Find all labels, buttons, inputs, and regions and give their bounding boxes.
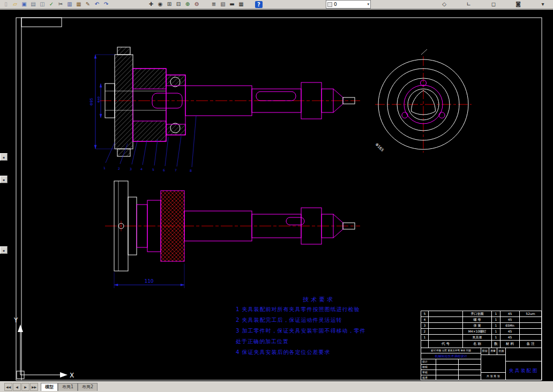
bom-note: [520, 323, 541, 328]
notes-title: 技术要求: [236, 296, 402, 304]
tool-glyph-icon: ▦: [238, 2, 243, 7]
tool-glyph-icon: ⊕: [185, 2, 190, 7]
signature-row: 设计: [421, 359, 481, 365]
bom-qty: 1: [492, 323, 500, 328]
copy-button[interactable]: ▥: [65, 1, 74, 9]
bom-header-row: 代 号 名 称 数 材 料 备 注: [421, 341, 541, 348]
tool-glyph-icon: ↶: [95, 2, 99, 7]
svg-text:2: 2: [118, 167, 120, 170]
view-section-assembly[interactable]: 110: [105, 181, 360, 288]
zoom-out-button[interactable]: ⊖: [192, 1, 201, 9]
note-line: 4 保证夹具安装后的各定位公差要求: [236, 347, 402, 358]
tab-nav-prev-button[interactable]: ◀: [13, 383, 21, 391]
table-button[interactable]: ▦: [237, 1, 245, 9]
tool-glyph-icon: ◫: [40, 2, 44, 7]
tool-glyph-icon: ▯: [4, 2, 8, 7]
zoom-in-button[interactable]: ⊕: [183, 1, 192, 9]
bom-name: 夹具体: [463, 335, 492, 340]
toolbar-overflow-button[interactable]: ▾: [539, 1, 547, 9]
plot-button[interactable]: ▤: [29, 1, 38, 9]
dim-spigot-label: Φ40: [97, 96, 100, 103]
scale-label: 比例: [497, 348, 505, 355]
undo-button[interactable]: ↶: [93, 1, 101, 9]
tool-glyph-icon: ↷: [104, 2, 108, 7]
note-line: 1 夹具装配前对所有夹具零件按照图纸进行检验: [236, 304, 402, 315]
paste-button[interactable]: ▦: [74, 1, 83, 9]
signature-header: 标记 处数 分区 更改文件号 签名 日期: [421, 348, 481, 353]
cad-application-window: { "window": { "chrome_bg": "#d6d3ce", "c…: [0, 0, 553, 392]
bom-no: 4: [421, 317, 429, 322]
ucs-button[interactable]: ∟: [465, 1, 473, 9]
layers-button[interactable]: ≣: [210, 1, 218, 9]
layout-tab[interactable]: 模型: [41, 383, 58, 391]
date-cell: [459, 359, 481, 364]
new-file-button[interactable]: ▯: [2, 1, 10, 9]
title-block: 5 开口垫圈 1 45 52um 4 螺 母 1 45: [421, 311, 542, 380]
tool-glyph-icon: ▤: [31, 2, 35, 7]
help-button[interactable]: ?: [255, 1, 263, 8]
bom-row: 4 螺 母 1 45: [421, 317, 541, 323]
ucs-x-label: X: [70, 372, 74, 379]
stage-label: 阶段标记: [481, 348, 489, 355]
dim-circle-label: Φ165: [375, 142, 385, 153]
print-preview-button[interactable]: ◫: [38, 1, 47, 9]
bom-row: 3 弹 簧 1 65Mn: [421, 323, 541, 329]
layer-combo[interactable]: 0 ▾: [326, 0, 371, 9]
layout-tab[interactable]: 布局1: [58, 383, 78, 391]
bom-code: [429, 323, 463, 328]
redo-button[interactable]: ↷: [102, 1, 110, 9]
sheet-count-label: 共 张 第 张: [481, 373, 505, 380]
tool-glyph-icon: ✓: [49, 2, 54, 7]
tab-nav-first-button[interactable]: ◀◀: [4, 383, 12, 391]
bom-code: [429, 311, 463, 316]
pan-button[interactable]: ✚: [147, 1, 155, 9]
layer-states-button[interactable]: ▧: [219, 1, 227, 9]
scale-area: 阶段标记 质量 比例 共 张 第 张: [481, 348, 506, 380]
notes-lines: 1 夹具装配前对所有夹具零件按照图纸进行检验 2 夹具装配完工后，保证运动件灵活…: [236, 304, 402, 358]
save-button[interactable]: ▣: [20, 1, 28, 9]
zoom-previous-button[interactable]: ⊟: [174, 1, 183, 9]
view-front-assembly[interactable]: Φ95 Φ40 1 2 3 4 5 6 7 8: [89, 47, 360, 172]
svg-text:6: 6: [163, 168, 165, 172]
tool-glyph-icon: ⊖: [195, 2, 199, 7]
drawing-canvas[interactable]: Y X: [0, 10, 553, 381]
tool-glyph-icon: ✎: [86, 2, 90, 7]
bom-code: [429, 317, 463, 322]
linetype-button[interactable]: ▬: [228, 1, 236, 9]
tool-glyph-icon: ≣: [212, 2, 216, 7]
drawing-title-area: 夹具装配图: [506, 348, 541, 380]
signature-row: 批准: [421, 375, 481, 380]
layout-tab[interactable]: 布局2: [78, 383, 98, 391]
bom-material: 45: [500, 335, 520, 340]
bom-material: 45: [500, 311, 520, 316]
tab-nav-next-button[interactable]: ▶: [21, 383, 29, 391]
svg-text:4: 4: [140, 167, 143, 171]
open-file-button[interactable]: ▱: [11, 1, 19, 9]
cut-button[interactable]: ✂: [56, 1, 65, 9]
docked-tool-button-1[interactable]: ▪: [0, 153, 8, 161]
dimension-110: [114, 263, 184, 288]
spell-check-button[interactable]: ✓: [47, 1, 56, 9]
match-properties-button[interactable]: ✎: [84, 1, 92, 9]
docked-tool-button-3[interactable]: ▪: [0, 246, 8, 254]
bom-material: 45: [500, 317, 520, 322]
status-bar: ◀◀ ◀ ▶ ▶▶ 模型 布局1 布局2: [0, 381, 553, 392]
view-end-circular[interactable]: Φ165: [375, 49, 472, 153]
note-line: 2 夹具装配完工后，保证运动件灵活运转: [236, 315, 402, 326]
tool-glyph-icon: ▬: [229, 2, 234, 7]
signature-row: 校核: [421, 365, 481, 370]
tool-glyph-icon: ✂: [58, 2, 63, 7]
osnap-button[interactable]: ◇: [440, 1, 449, 9]
svg-text:7: 7: [175, 168, 177, 172]
bom-no: 5: [421, 311, 429, 316]
bom-qty: 1: [492, 329, 500, 334]
tab-nav-last-button[interactable]: ▶▶: [30, 383, 38, 391]
zoom-window-button[interactable]: ⊞: [165, 1, 174, 9]
views-button[interactable]: ◻: [489, 1, 498, 9]
render-button[interactable]: ◙: [514, 1, 522, 9]
zoom-realtime-button[interactable]: ◉: [156, 1, 165, 9]
bom-qty: 1: [492, 317, 500, 322]
docked-tool-button-2[interactable]: ▪: [0, 176, 8, 183]
signature-label: 批准: [421, 375, 436, 380]
bom-material: 65Mn: [500, 323, 520, 328]
